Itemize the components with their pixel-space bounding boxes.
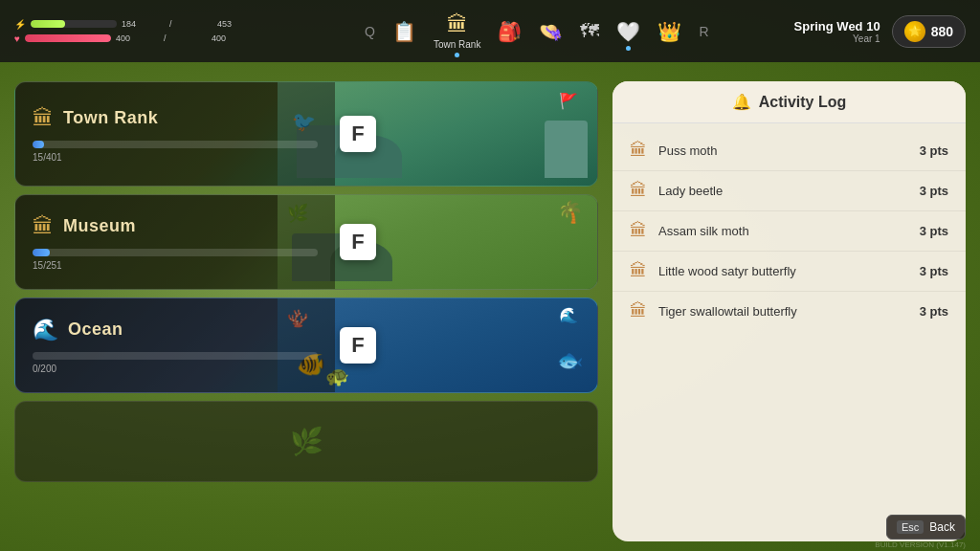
bag-icon: 🎒 bbox=[498, 20, 522, 43]
date-main: Spring Wed 10 bbox=[794, 19, 880, 33]
ocean-progress-track bbox=[33, 352, 318, 360]
top-bar: ⚡ 184 / 453 ♥ 400 / 400 Q 📋 🏛 Town R bbox=[0, 0, 980, 62]
museum-title: Museum bbox=[63, 216, 136, 236]
activity-item-pts-4: 3 pts bbox=[920, 304, 948, 319]
tree-icon-2: 🌴 bbox=[557, 200, 583, 225]
nav-item-town[interactable]: 🏛 Town Rank bbox=[434, 12, 480, 50]
coin-badge: 🌟 880 bbox=[892, 15, 966, 48]
energy-fill bbox=[31, 20, 65, 28]
energy-text: 184 bbox=[122, 19, 165, 29]
ocean-rank-badge: F bbox=[340, 327, 376, 364]
activity-item-museum-icon: 🏛 bbox=[630, 261, 647, 281]
hat-icon: 👒 bbox=[539, 20, 563, 43]
ocean-progress-text: 0/200 bbox=[33, 364, 318, 374]
category-card-museum[interactable]: 🌿 🌴 🏛 Museum 15/251 F bbox=[14, 194, 598, 290]
nav-item-map[interactable]: 🗺 bbox=[580, 20, 599, 42]
museum-card-inner: 🏛 Museum 15/251 bbox=[15, 195, 335, 289]
category-card-locked: 🌿 bbox=[14, 401, 598, 482]
activity-item-name-0: Puss moth bbox=[658, 143, 908, 158]
town-rank-progress-track bbox=[33, 141, 318, 148]
heart-nav-icon: 🤍 bbox=[616, 20, 640, 43]
activity-item-museum-icon: 🏛 bbox=[630, 221, 647, 241]
activity-log-header: 🔔 Activity Log bbox=[612, 81, 966, 123]
flag-icon: 🚩 bbox=[559, 92, 578, 110]
town-rank-title: Town Rank bbox=[63, 108, 158, 128]
coin-icon: 🌟 bbox=[904, 21, 925, 42]
activity-item: 🏛 Tiger swallowtail butterfly 3 pts bbox=[612, 292, 966, 331]
nav-item-bag[interactable]: 🎒 bbox=[498, 20, 522, 43]
category-card-ocean[interactable]: 🐠 🐟 🪸 🌊 🐢 🌊 Ocean 0/200 bbox=[14, 298, 598, 393]
town-rank-icon: 🏛 bbox=[33, 106, 54, 131]
stats-area: ⚡ 184 / 453 ♥ 400 / 400 bbox=[14, 19, 260, 44]
town-label: Town Rank bbox=[434, 39, 480, 50]
lightning-icon: ⚡ bbox=[14, 19, 26, 30]
activity-item-name-3: Little wood satyr butterfly bbox=[658, 264, 908, 278]
town-rank-progress-text: 15/401 bbox=[33, 152, 318, 163]
energy-bar: ⚡ 184 / 453 bbox=[14, 19, 260, 30]
health-sep: / bbox=[164, 33, 207, 43]
heart-icon: ♥ bbox=[14, 33, 20, 44]
museum-icon: 🏛 bbox=[33, 214, 54, 239]
nav-icons: Q 📋 🏛 Town Rank 🎒 👒 🗺 🤍 👑 R bbox=[279, 12, 794, 50]
health-text: 400 bbox=[116, 33, 159, 43]
health-fill bbox=[25, 34, 111, 42]
date-sub: Year 1 bbox=[794, 33, 880, 44]
town-rank-progress-fill bbox=[33, 141, 44, 148]
town-rank-card-inner: 🏛 Town Rank 15/401 bbox=[15, 82, 335, 186]
back-label: Back bbox=[929, 520, 955, 534]
activity-log-bell-icon: 🔔 bbox=[732, 93, 751, 111]
activity-item-name-1: Lady beetle bbox=[658, 184, 908, 198]
building-2 bbox=[545, 121, 588, 178]
crown-icon: 👑 bbox=[657, 20, 681, 43]
nav-item-q[interactable]: Q bbox=[365, 24, 375, 39]
town-dot bbox=[455, 53, 459, 57]
esc-key: Esc bbox=[897, 520, 924, 534]
museum-progress-text: 15/251 bbox=[33, 260, 318, 271]
museum-title-row: 🏛 Museum bbox=[33, 214, 318, 239]
map-icon: 🗺 bbox=[580, 20, 599, 42]
activity-item: 🏛 Lady beetle 3 pts bbox=[612, 171, 966, 211]
left-panel: 🐦 🚩 🏛 Town Rank 15/401 F bbox=[14, 81, 598, 541]
nav-item-r[interactable]: R bbox=[699, 24, 708, 39]
nav-item-heart[interactable]: 🤍 bbox=[616, 20, 640, 43]
activity-log-panel: 🔔 Activity Log 🏛 Puss moth 3 pts 🏛 Lady … bbox=[612, 81, 966, 541]
build-version: BUILD VERSION (V1.147) bbox=[875, 540, 966, 549]
activity-item-pts-3: 3 pts bbox=[920, 264, 948, 278]
r-icon: R bbox=[699, 24, 708, 39]
activity-item-museum-icon: 🏛 bbox=[630, 181, 647, 201]
activity-item: 🏛 Assam silk moth 3 pts bbox=[612, 211, 966, 252]
locked-plant-icon: 🌿 bbox=[290, 426, 323, 457]
date-area: Spring Wed 10 Year 1 bbox=[794, 19, 880, 44]
activity-item-pts-2: 3 pts bbox=[920, 224, 948, 238]
category-card-town-rank[interactable]: 🐦 🚩 🏛 Town Rank 15/401 F bbox=[14, 81, 598, 187]
activity-item-pts-1: 3 pts bbox=[920, 184, 948, 198]
wave-icon: 🌊 bbox=[559, 306, 578, 324]
activity-item-pts-0: 3 pts bbox=[920, 143, 948, 158]
health-track bbox=[25, 34, 111, 42]
museum-progress-track bbox=[33, 249, 318, 256]
energy-track bbox=[31, 20, 117, 28]
heart-dot bbox=[626, 46, 631, 51]
activity-item-name-4: Tiger swallowtail butterfly bbox=[658, 304, 908, 319]
activity-item: 🏛 Little wood satyr butterfly 3 pts bbox=[612, 252, 966, 292]
nav-item-hat[interactable]: 👒 bbox=[539, 20, 563, 43]
energy-max: / bbox=[169, 19, 212, 29]
health-max: 400 bbox=[212, 33, 255, 43]
museum-progress-fill bbox=[33, 249, 50, 256]
town-rank-title-row: 🏛 Town Rank bbox=[33, 106, 318, 131]
coin-amount: 880 bbox=[931, 24, 953, 39]
ocean-icon: 🌊 bbox=[33, 318, 58, 342]
main-content: 🐦 🚩 🏛 Town Rank 15/401 F bbox=[0, 72, 980, 551]
town-rank-badge: F bbox=[340, 116, 376, 152]
q-icon: Q bbox=[365, 24, 375, 39]
activity-item-name-2: Assam silk moth bbox=[658, 224, 908, 238]
health-bar: ♥ 400 / 400 bbox=[14, 33, 260, 44]
museum-rank-badge: F bbox=[340, 224, 376, 260]
back-button[interactable]: Esc Back bbox=[886, 515, 966, 540]
activity-log-list: 🏛 Puss moth 3 pts 🏛 Lady beetle 3 pts 🏛 … bbox=[612, 123, 966, 541]
activity-item: 🏛 Puss moth 3 pts bbox=[612, 131, 966, 171]
nav-item-journal[interactable]: 📋 bbox=[392, 20, 416, 43]
ocean-title-row: 🌊 Ocean bbox=[33, 318, 318, 342]
nav-item-crown[interactable]: 👑 bbox=[657, 20, 681, 43]
activity-log-title: Activity Log bbox=[759, 94, 847, 111]
